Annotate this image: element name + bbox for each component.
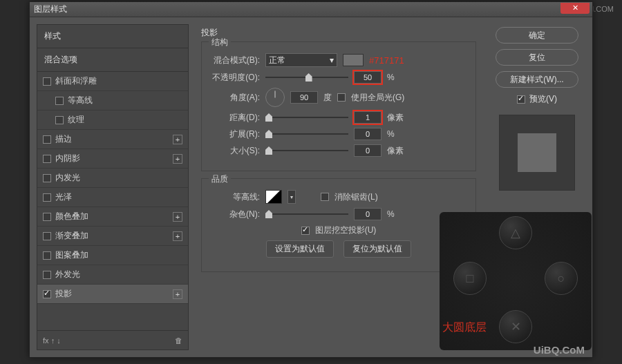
chevron-down-icon: ▾ <box>330 55 334 65</box>
opacity-input[interactable] <box>354 71 381 84</box>
checkbox-icon[interactable] <box>43 77 51 86</box>
plus-icon[interactable]: + <box>173 289 182 299</box>
opacity-slider[interactable] <box>265 73 348 82</box>
panel-title: 投影 <box>201 27 476 39</box>
trash-icon[interactable]: 🗑 <box>175 336 182 345</box>
noise-input[interactable] <box>354 208 381 220</box>
checkbox-icon[interactable] <box>43 193 51 202</box>
contour-swatch[interactable] <box>265 190 282 204</box>
styles-sidebar: 样式 混合选项 斜面和浮雕 等高线 纹理 描边+ 内阴影+ 内发光 光泽 颜色叠… <box>37 24 189 350</box>
dpad-cross-icon: ✕ <box>499 310 532 343</box>
size-label: 大小(S): <box>210 145 260 157</box>
checkbox-icon[interactable] <box>43 155 51 163</box>
style-pattern-overlay[interactable]: 图案叠加 <box>37 246 188 265</box>
sidebar-header-styles[interactable]: 样式 <box>37 25 188 48</box>
style-gradient-overlay[interactable]: 渐变叠加+ <box>37 227 188 246</box>
preview-checkbox[interactable] <box>517 95 525 104</box>
plus-icon[interactable]: + <box>173 154 182 164</box>
checkbox-icon[interactable] <box>43 135 51 144</box>
checkbox-icon[interactable] <box>55 116 64 124</box>
dpad-triangle-icon: △ <box>499 216 532 249</box>
spread-label: 扩展(R): <box>210 128 260 140</box>
quality-group: 品质 等高线: ▾ 消除锯齿(L) 杂色(N): % 图层 <box>201 178 476 272</box>
style-color-overlay[interactable]: 颜色叠加+ <box>37 207 188 227</box>
plus-icon[interactable]: + <box>173 135 182 144</box>
knockout-label: 图层挖空投影(U) <box>315 224 377 236</box>
arrow-down-icon[interactable]: ↓ <box>57 336 61 345</box>
checkbox-icon[interactable] <box>43 213 51 221</box>
style-stroke[interactable]: 描边+ <box>37 130 188 149</box>
dpad-annotation: 大圆底层 <box>442 320 487 335</box>
watermark-bottom: UiBQ.CoM <box>534 344 585 356</box>
style-texture[interactable]: 纹理 <box>37 111 188 130</box>
distance-label: 距离(D): <box>210 112 260 124</box>
style-bevel[interactable]: 斜面和浮雕 <box>37 72 188 91</box>
global-light-label: 使用全局光(G) <box>351 92 404 104</box>
unit-px: 像素 <box>387 112 404 124</box>
distance-input[interactable] <box>354 111 381 124</box>
sidebar-header-blend[interactable]: 混合选项 <box>37 48 188 72</box>
contour-label: 等高线: <box>210 191 260 203</box>
dialog-title: 图层样式 <box>34 3 67 15</box>
noise-label: 杂色(N): <box>210 209 260 220</box>
cancel-button[interactable]: 复位 <box>496 49 578 66</box>
antialias-label: 消除锯齿(L) <box>334 191 378 203</box>
unit-degree: 度 <box>323 92 332 104</box>
opacity-label: 不透明度(O): <box>210 72 260 84</box>
blend-mode-select[interactable]: 正常▾ <box>265 53 337 67</box>
size-slider[interactable] <box>265 146 348 155</box>
checkbox-icon[interactable] <box>43 232 51 240</box>
checkbox-icon[interactable] <box>55 97 64 105</box>
checkbox-icon[interactable] <box>43 251 51 260</box>
antialias-checkbox[interactable] <box>321 193 329 201</box>
size-input[interactable] <box>354 144 381 157</box>
style-contour[interactable]: 等高线 <box>37 91 188 111</box>
blend-mode-label: 混合模式(B): <box>210 55 260 66</box>
angle-dial[interactable] <box>265 88 285 107</box>
checkbox-icon[interactable] <box>43 290 51 298</box>
distance-slider[interactable] <box>265 113 348 122</box>
noise-slider[interactable] <box>265 209 348 219</box>
preview-label: 预览(V) <box>529 93 557 105</box>
structure-group: 结构 混合模式(B): 正常▾ #717171 不透明度(O): % 角度(A)… <box>201 41 476 171</box>
style-inner-shadow[interactable]: 内阴影+ <box>37 149 188 169</box>
close-button[interactable]: ✕ <box>560 3 590 14</box>
new-style-button[interactable]: 新建样式(W)... <box>496 71 578 88</box>
dpad-preview: △ □ ○ ✕ 大圆底层 <box>440 212 592 350</box>
color-swatch[interactable] <box>343 54 364 66</box>
checkbox-icon[interactable] <box>43 174 51 182</box>
knockout-checkbox[interactable] <box>301 227 310 235</box>
structure-legend: 结构 <box>209 37 231 48</box>
dpad-square-icon: □ <box>453 262 487 295</box>
spread-slider[interactable] <box>265 129 348 139</box>
checkbox-icon[interactable] <box>43 271 51 279</box>
arrow-up-icon[interactable]: ↑ <box>51 336 55 345</box>
angle-input[interactable] <box>290 91 318 104</box>
spread-input[interactable] <box>354 128 381 140</box>
style-drop-shadow[interactable]: 投影+ <box>37 285 188 304</box>
angle-label: 角度(A): <box>210 92 260 104</box>
dpad-circle-icon: ○ <box>545 262 578 295</box>
unit-percent: % <box>387 73 395 82</box>
style-list: 斜面和浮雕 等高线 纹理 描边+ 内阴影+ 内发光 光泽 颜色叠加+ 渐变叠加+… <box>37 72 188 330</box>
set-default-button[interactable]: 设置为默认值 <box>266 240 334 258</box>
fx-icon[interactable]: fx <box>43 336 49 345</box>
style-outer-glow[interactable]: 外发光 <box>37 265 188 285</box>
settings-panel: 投影 结构 混合模式(B): 正常▾ #717171 不透明度(O): % 角度… <box>196 24 482 350</box>
color-annotation: #717171 <box>369 55 404 66</box>
titlebar[interactable]: 图层样式 ✕ <box>30 2 592 17</box>
ok-button[interactable]: 确定 <box>496 27 578 44</box>
style-satin[interactable]: 光泽 <box>37 188 188 207</box>
style-inner-glow[interactable]: 内发光 <box>37 169 188 188</box>
preview-swatch <box>518 133 556 172</box>
sidebar-footer: fx ↑ ↓ 🗑 <box>37 330 188 349</box>
global-light-checkbox[interactable] <box>337 93 346 102</box>
plus-icon[interactable]: + <box>173 231 182 241</box>
plus-icon[interactable]: + <box>173 212 182 222</box>
quality-legend: 品质 <box>209 173 231 185</box>
contour-dropdown[interactable]: ▾ <box>288 190 296 204</box>
preview-box <box>499 115 575 191</box>
reset-default-button[interactable]: 复位为默认值 <box>343 240 411 258</box>
